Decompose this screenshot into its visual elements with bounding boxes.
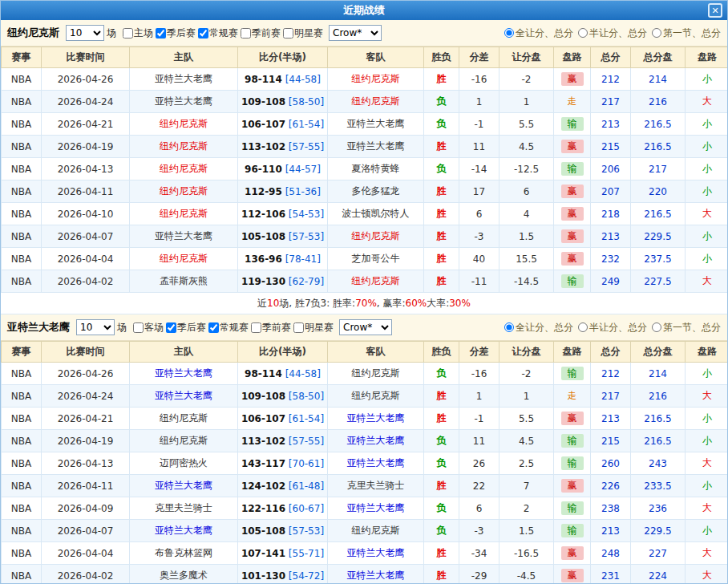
col-handicap-result: 盘路	[554, 47, 591, 68]
checkbox-input[interactable]	[198, 28, 208, 39]
away-team-cell: 亚特兰大老鹰	[328, 565, 424, 584]
score-cell: 105-108 [57-53]	[238, 520, 328, 542]
point-diff-cell: 11	[459, 136, 499, 158]
col-home: 主队	[130, 47, 238, 68]
view-radio[interactable]: 第一节、总分	[652, 321, 721, 335]
checkbox-input[interactable]	[283, 28, 293, 39]
radio-input[interactable]	[652, 28, 661, 38]
half-score-text: [61-54]	[289, 413, 324, 424]
filter-checkbox[interactable]: 季前赛	[249, 321, 291, 335]
checkbox-input[interactable]	[208, 322, 219, 333]
col-time: 比赛时间	[42, 47, 130, 68]
league-cell: NBA	[2, 385, 42, 408]
handicap-cell: 1	[499, 91, 554, 113]
games-count-select[interactable]: 10	[76, 319, 115, 335]
radio-input[interactable]	[504, 28, 514, 38]
date-cell: 2026-04-26	[42, 68, 130, 91]
checkbox-input[interactable]	[133, 322, 144, 333]
summary-part: 大率:	[427, 297, 449, 310]
view-radio[interactable]: 半让分、总分	[578, 321, 647, 335]
away-team-cell: 亚特兰大老鹰	[328, 497, 424, 520]
total-result-cell: 大	[686, 542, 728, 565]
away-team-cell: 波士顿凯尔特人	[328, 203, 424, 225]
result-cell: 胜	[424, 203, 459, 225]
half-score-text: [44-58]	[285, 74, 321, 85]
total-points-cell: 248	[591, 542, 631, 565]
filter-checkbox[interactable]: 明星赛	[291, 321, 334, 335]
radio-input[interactable]	[578, 28, 588, 38]
away-team-cell: 多伦多猛龙	[328, 180, 424, 203]
checkbox-input[interactable]	[293, 322, 304, 333]
handicap-result-cell: 走	[554, 91, 591, 113]
total-line-cell: 227.5	[631, 270, 686, 293]
view-radio[interactable]: 全让分、总分	[504, 26, 573, 40]
close-icon[interactable]: ✕	[708, 3, 722, 18]
handicap-cell: 4.5	[499, 136, 554, 158]
total-line-cell: 214	[631, 68, 686, 91]
total-result-cell: 小	[686, 430, 728, 452]
radio-input[interactable]	[652, 322, 661, 332]
col-league: 赛事	[2, 47, 42, 68]
total-line-cell: 229.5	[631, 520, 686, 542]
data-source-select[interactable]: Crow*	[339, 319, 392, 335]
total-result-cell: 小	[686, 180, 728, 203]
filter-checkbox[interactable]: 常规赛	[206, 321, 249, 335]
home-team-cell: 亚特兰大老鹰	[130, 91, 238, 113]
half-score-text: [44-58]	[285, 368, 321, 379]
home-team-cell: 纽约尼克斯	[130, 113, 238, 136]
checkbox-input[interactable]	[123, 28, 133, 39]
half-score-text: [61-48]	[289, 481, 324, 492]
handicap-result-badge: 输	[561, 162, 584, 176]
score-text: 112-106	[241, 209, 285, 220]
summary-row: 近 10 场, 胜7负3: 胜率: 70%, 赢率: 60% 大率: 30%	[1, 293, 727, 314]
handicap-cell: 4	[499, 203, 554, 225]
filter-checkbox-group: 主场季后赛常规赛季前赛明星赛	[120, 26, 323, 40]
data-source-select[interactable]: Crow*	[329, 25, 382, 41]
filter-checkbox[interactable]: 明星赛	[281, 26, 323, 40]
total-result-cell: 小	[686, 158, 728, 180]
view-radio-group: 全让分、总分半让分、总分第一节、总分	[499, 321, 721, 335]
col-total-result: 盘路	[686, 47, 728, 68]
league-cell: NBA	[2, 248, 42, 270]
total-result-cell: 小	[686, 225, 728, 248]
games-suffix-label: 场	[117, 321, 127, 335]
checkbox-label: 季前赛	[252, 26, 281, 40]
radio-label: 全让分、总分	[516, 26, 573, 40]
handicap-result-cell: 输	[554, 452, 591, 475]
total-line-cell: 243	[631, 452, 686, 475]
filter-checkbox[interactable]: 季前赛	[238, 26, 281, 40]
radio-input[interactable]	[578, 322, 588, 332]
filter-checkbox[interactable]: 客场	[131, 321, 164, 335]
point-diff-cell: 6	[459, 497, 499, 520]
radio-label: 第一节、总分	[663, 26, 721, 40]
handicap-cell: 1	[499, 385, 554, 408]
filter-bar: 纽约尼克斯 10 场 主场季后赛常规赛季前赛明星赛 Crow* 全让分、总分半让…	[1, 20, 727, 47]
league-cell: NBA	[2, 363, 42, 385]
checkbox-input[interactable]	[156, 28, 166, 39]
checkbox-input[interactable]	[166, 322, 176, 333]
total-line-cell: 216	[631, 385, 686, 408]
game-row: NBA2026-04-11纽约尼克斯112-95 [51-36]多伦多猛龙胜17…	[2, 180, 728, 203]
half-score-text: [44-57]	[285, 164, 321, 175]
view-radio[interactable]: 半让分、总分	[578, 26, 647, 40]
view-radio[interactable]: 第一节、总分	[652, 26, 721, 40]
league-cell: NBA	[2, 565, 42, 584]
view-radio[interactable]: 全让分、总分	[504, 321, 573, 335]
games-count-select[interactable]: 10	[66, 25, 104, 41]
score-cell: 98-114 [44-58]	[238, 68, 328, 91]
col-away: 客队	[328, 342, 424, 363]
filter-checkbox[interactable]: 季后赛	[153, 26, 196, 40]
filter-checkbox[interactable]: 主场	[120, 26, 153, 40]
checkbox-input[interactable]	[251, 322, 261, 333]
handicap-cell: 5.5	[499, 113, 554, 136]
filter-checkbox[interactable]: 常规赛	[196, 26, 238, 40]
team-section-knicks: 纽约尼克斯 10 场 主场季后赛常规赛季前赛明星赛 Crow* 全让分、总分半让…	[1, 20, 727, 314]
radio-input[interactable]	[504, 322, 514, 332]
checkbox-label: 常规赛	[220, 321, 249, 335]
filter-checkbox[interactable]: 季后赛	[164, 321, 206, 335]
game-row: NBA2026-04-07亚特兰大老鹰105-108 [57-53]纽约尼克斯胜…	[2, 225, 728, 248]
games-suffix-label: 场	[107, 26, 116, 40]
home-team-cell: 孟菲斯灰熊	[130, 270, 238, 293]
checkbox-input[interactable]	[241, 28, 251, 39]
date-cell: 2026-04-24	[42, 91, 130, 113]
